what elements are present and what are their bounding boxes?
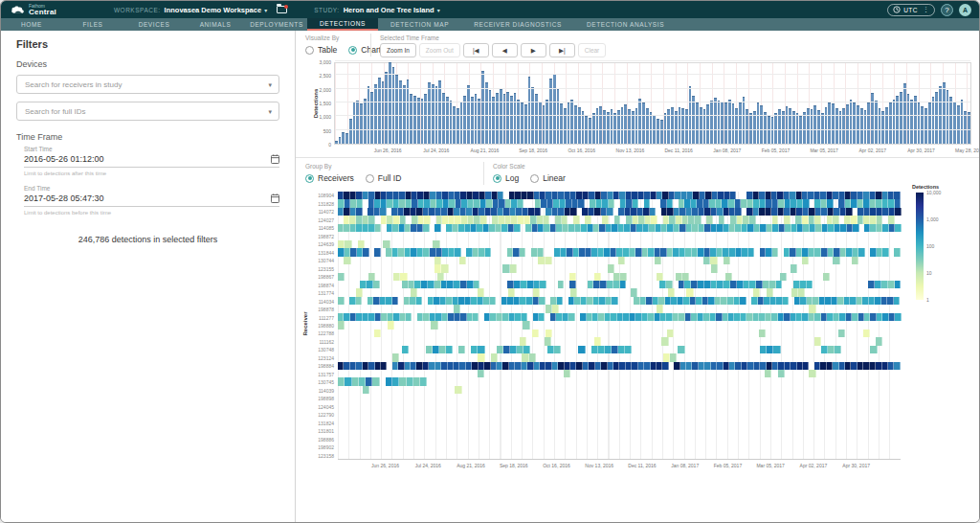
workspace-folder-icon[interactable]: [277, 6, 287, 13]
nav-tab-detection-analysis[interactable]: DETECTION ANALYSIS: [574, 18, 677, 31]
detections-heatmap[interactable]: [338, 192, 901, 460]
bar: [514, 93, 517, 144]
bar: [842, 108, 845, 144]
fullid-search-select[interactable]: Search for full IDs ▾: [16, 102, 279, 121]
nav-tab-receiver-diagnostics[interactable]: RECEIVER DIAGNOSTICS: [461, 18, 574, 31]
end-time-helper: Limit to detections before this time: [24, 210, 279, 216]
bar-chart-xtick: Mar 05, 2017: [810, 148, 837, 153]
bar: [349, 119, 352, 144]
receiver-label: 198886: [309, 437, 334, 443]
bar: [850, 100, 853, 144]
heatmap-row: [338, 232, 901, 239]
nav-tab-detection-map[interactable]: DETECTION MAP: [378, 18, 461, 31]
nav-tab-detections[interactable]: DETECTIONS: [307, 18, 378, 31]
bar: [517, 100, 520, 144]
radio-icon[interactable]: [366, 174, 374, 183]
filters-sidebar: Filters Devices Search for receivers in …: [1, 31, 296, 523]
bar: [667, 109, 670, 144]
radio-icon[interactable]: [348, 46, 357, 55]
step-forward-button[interactable]: ▶: [521, 43, 546, 57]
radio-icon[interactable]: [305, 174, 314, 183]
detections-bar-chart[interactable]: [334, 62, 971, 145]
study-selector[interactable]: Heron and One Tree Island: [344, 6, 434, 14]
receiver-search-select[interactable]: Search for receivers in study ▾: [16, 75, 279, 94]
divider: [483, 162, 484, 185]
start-time-field[interactable]: 2016-05-26 01:12:00: [24, 154, 279, 168]
user-avatar[interactable]: A: [959, 4, 971, 16]
timezone-menu-icon[interactable]: ⋮: [923, 6, 929, 13]
heatmap-row: [338, 370, 901, 377]
nav-tab-files[interactable]: FILES: [62, 18, 123, 31]
calendar-icon[interactable]: [271, 154, 279, 164]
bar: [857, 105, 859, 144]
radio-icon[interactable]: [493, 174, 501, 183]
radio-icon[interactable]: [530, 174, 539, 183]
receiver-label: 130744: [309, 258, 334, 263]
nav-tab-animals[interactable]: ANIMALS: [185, 18, 246, 31]
bar: [947, 90, 949, 144]
color-scale-option-log[interactable]: Log: [493, 173, 519, 183]
visualize-by-option-chart[interactable]: Chart: [348, 45, 381, 55]
workspace-caret-icon[interactable]: ▾: [264, 7, 267, 13]
bar: [471, 97, 474, 144]
bar: [342, 132, 345, 144]
timezone-selector[interactable]: UTC ⋮: [887, 4, 935, 16]
bar: [453, 106, 456, 144]
group-by-option-full-id[interactable]: Full ID: [366, 173, 402, 183]
end-time-field[interactable]: 2017-05-28 05:47:30: [24, 193, 279, 207]
receiver-label: 131844: [309, 250, 334, 256]
receiver-label: 114034: [309, 299, 334, 305]
bar: [460, 102, 463, 144]
heatmap-xtick: Aug 21, 2016: [457, 463, 485, 468]
skip-to-start-button[interactable]: |◀: [463, 43, 489, 57]
color-scale-option-linear[interactable]: Linear: [530, 173, 566, 183]
heatmap-xtick: Jan 08, 2017: [671, 463, 699, 468]
heatmap-row: [338, 394, 901, 401]
receiver-label: 198872: [309, 234, 334, 239]
group-by-option-label: Full ID: [378, 173, 402, 183]
workspace-label: WORKSPACE:: [114, 7, 161, 13]
bar: [628, 109, 631, 144]
bar: [339, 137, 342, 144]
heatmap-row: [338, 426, 901, 434]
study-caret-icon[interactable]: ▾: [437, 7, 440, 13]
start-time-value[interactable]: 2016-05-26 01:12:00: [24, 154, 104, 164]
bar: [568, 102, 570, 144]
visualize-by-option-table[interactable]: Table: [305, 45, 337, 55]
bar: [789, 108, 791, 144]
bar: [395, 75, 398, 144]
calendar-icon[interactable]: [271, 193, 279, 203]
bar: [589, 118, 591, 144]
end-time-value[interactable]: 2017-05-28 05:47:30: [24, 193, 104, 203]
bar: [714, 98, 717, 144]
skip-to-end-button[interactable]: ▶|: [549, 43, 575, 57]
bar-chart-xtick: Nov 13, 2016: [616, 148, 645, 153]
chevron-down-icon: ▾: [268, 81, 272, 89]
nav-tab-devices[interactable]: DEVICES: [123, 18, 185, 31]
bar: [356, 101, 359, 144]
bar: [635, 108, 638, 144]
bar: [646, 108, 649, 144]
help-button[interactable]: ?: [941, 4, 953, 16]
receiver-label: 131824: [309, 421, 334, 426]
bar: [574, 105, 577, 144]
group-by-option-receivers[interactable]: Receivers: [305, 173, 354, 183]
heatmap-row: [338, 224, 901, 232]
bar-chart-xtick: Sep 18, 2016: [519, 148, 547, 153]
bar: [700, 107, 702, 144]
receiver-label: 114085: [309, 225, 334, 231]
step-back-button[interactable]: ◀: [492, 43, 518, 57]
heatmap-row: [338, 330, 901, 337]
workspace-selector[interactable]: Innovasea Demo Workspace: [165, 6, 262, 14]
bar: [885, 107, 888, 144]
radio-icon[interactable]: [305, 46, 314, 55]
bar: [596, 108, 599, 144]
bar-chart-ytick: 2,000: [299, 87, 331, 93]
zoom-in-button[interactable]: Zoom In: [380, 43, 416, 57]
heatmap-row: [338, 435, 901, 443]
nav-tab-deployments[interactable]: DEPLOYMENTS: [246, 18, 307, 31]
receiver-label: 131801: [309, 428, 334, 434]
nav-tab-home[interactable]: HOME: [1, 18, 62, 31]
heatmap-row: [338, 337, 901, 345]
bar-chart-xtick: May 28, 2017: [955, 148, 980, 153]
